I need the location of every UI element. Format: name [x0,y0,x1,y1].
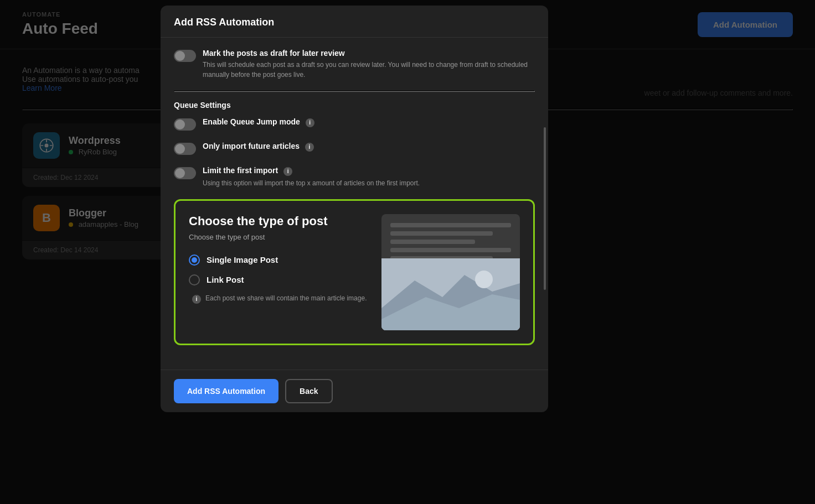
limit-first-import-label: Limit the first import i [203,166,420,176]
img-visual [381,258,520,330]
add-rss-automation-button[interactable]: Add RSS Automation [174,379,278,403]
modal-title: Add RSS Automation [174,17,535,28]
single-image-radio[interactable] [189,254,200,266]
future-articles-toggle[interactable] [174,143,196,155]
draft-toggle-desc: This will schedule each post as a draft … [203,60,535,80]
post-type-note: i Each post we share will contain the ma… [189,294,368,304]
img-line-4 [390,248,511,252]
limit-first-import-desc: Using this option will import the top x … [203,178,420,188]
future-articles-row: Only import future articles i [174,142,535,155]
post-type-left: Choose the type of post Choose the type … [189,214,368,330]
link-post-option[interactable]: Link Post [189,274,368,285]
limit-first-import-row: Limit the first import i Using this opti… [174,166,535,188]
modal-footer: Add RSS Automation Back [161,370,548,412]
draft-toggle-label: Mark the posts as draft for later review [203,49,535,58]
post-type-heading: Choose the type of post [189,214,368,228]
limit-first-import-toggle[interactable] [174,167,196,179]
future-articles-label: Only import future articles i [203,142,314,152]
queue-jump-label: Enable Queue Jump mode i [203,117,314,127]
add-rss-modal: Add RSS Automation Mark the posts as dra… [161,6,548,412]
queue-jump-toggle[interactable] [174,118,196,131]
queue-settings-title: Queue Settings [174,101,535,110]
future-articles-info-icon[interactable]: i [305,143,314,152]
link-post-label: Link Post [207,275,244,284]
post-type-image-preview [381,214,520,330]
img-line-3 [390,240,475,244]
limit-first-import-info-icon[interactable]: i [283,167,292,176]
link-post-radio[interactable] [189,274,200,285]
post-type-note-icon: i [192,295,201,304]
single-image-post-option[interactable]: Single Image Post [189,254,368,266]
img-line-2 [390,231,493,236]
draft-toggle[interactable] [174,50,196,62]
img-line-1 [390,223,511,227]
queue-jump-info-icon[interactable]: i [306,118,314,127]
queue-jump-row: Enable Queue Jump mode i [174,117,535,131]
modal-scrollbar[interactable] [544,127,546,290]
post-type-section: Choose the type of post Choose the type … [174,199,535,345]
single-image-label: Single Image Post [207,255,278,264]
modal-body: Mark the posts as draft for later review… [161,38,548,370]
back-button[interactable]: Back [285,379,332,403]
svg-point-5 [475,271,493,288]
draft-toggle-row: Mark the posts as draft for later review… [174,49,535,80]
modal-header: Add RSS Automation [161,6,548,38]
post-type-subheading: Choose the type of post [189,233,368,241]
